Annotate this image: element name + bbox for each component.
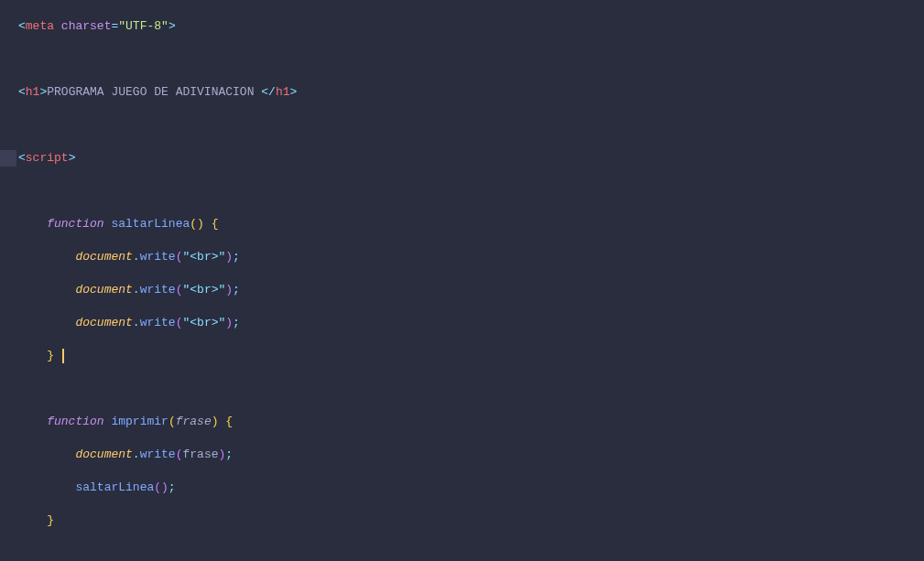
text-cursor <box>62 349 64 363</box>
code-line[interactable]: document.write("<br>"); <box>18 249 924 265</box>
code-line[interactable]: function imprimir(frase) { <box>18 414 924 430</box>
code-area[interactable]: <meta charset="UTF-8"> <h1>PROGRAMA JUEG… <box>16 0 924 561</box>
code-line[interactable] <box>18 545 924 561</box>
code-line[interactable] <box>18 117 924 134</box>
code-line[interactable]: <meta charset="UTF-8"> <box>18 18 924 35</box>
editor-gutter <box>0 0 16 561</box>
code-line[interactable]: <h1>PROGRAMA JUEGO DE ADIVINACION </h1> <box>18 84 924 101</box>
code-editor[interactable]: <meta charset="UTF-8"> <h1>PROGRAMA JUEG… <box>0 0 924 561</box>
code-line[interactable] <box>18 381 924 397</box>
code-line[interactable] <box>18 51 924 68</box>
code-line[interactable] <box>18 183 924 200</box>
code-line[interactable]: document.write(frase); <box>18 447 924 463</box>
code-line[interactable]: function saltarLinea() { <box>18 216 924 232</box>
code-line[interactable]: document.write("<br>"); <box>18 315 924 331</box>
code-line[interactable]: document.write("<br>"); <box>18 282 924 298</box>
code-line[interactable]: saltarLinea(); <box>18 480 924 496</box>
code-line[interactable]: } <box>18 512 924 529</box>
code-line[interactable]: } <box>18 348 924 364</box>
code-line[interactable]: <script> <box>18 150 924 167</box>
gutter-current-line <box>0 150 16 167</box>
